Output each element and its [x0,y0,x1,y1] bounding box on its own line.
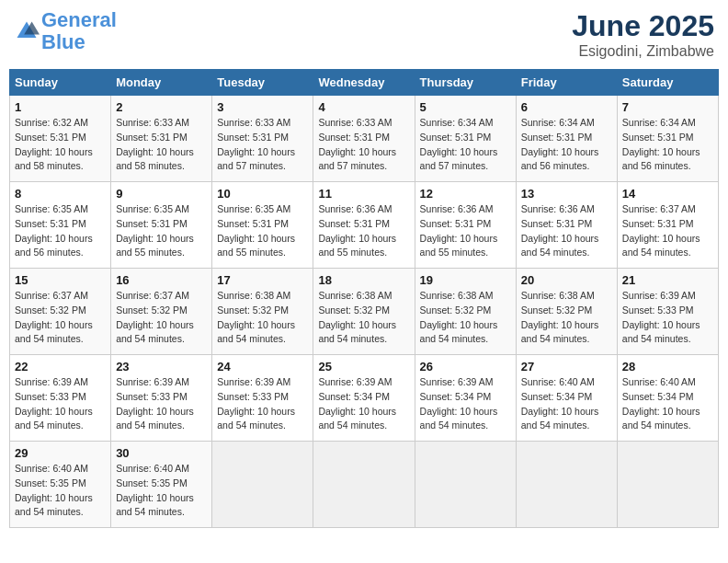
calendar-day-cell: 1Sunrise: 6:32 AMSunset: 5:31 PMDaylight… [10,96,111,182]
day-number: 25 [318,360,409,373]
calendar-week-row: 1Sunrise: 6:32 AMSunset: 5:31 PMDaylight… [10,96,719,182]
calendar-day-cell: 29Sunrise: 6:40 AMSunset: 5:35 PMDayligh… [10,442,111,528]
calendar-day-cell: 21Sunrise: 6:39 AMSunset: 5:33 PMDayligh… [617,269,718,355]
calendar-day-cell: 4Sunrise: 6:33 AMSunset: 5:31 PMDaylight… [313,96,415,182]
logo-general: General [41,8,117,31]
day-number: 11 [318,187,409,201]
calendar-day-cell: 2Sunrise: 6:33 AMSunset: 5:31 PMDaylight… [111,96,212,182]
calendar-day-cell: 7Sunrise: 6:34 AMSunset: 5:31 PMDaylight… [617,96,718,182]
logo-blue: Blue [41,30,85,53]
calendar-day-cell: 3Sunrise: 6:33 AMSunset: 5:31 PMDaylight… [212,96,313,182]
calendar-day-cell: 12Sunrise: 6:36 AMSunset: 5:31 PMDayligh… [415,182,516,269]
day-info: Sunrise: 6:36 AMSunset: 5:31 PMDaylight:… [420,202,511,260]
calendar-day-cell: 27Sunrise: 6:40 AMSunset: 5:34 PMDayligh… [516,355,617,442]
calendar-day-cell: 9Sunrise: 6:35 AMSunset: 5:31 PMDaylight… [111,182,212,269]
day-number: 5 [420,100,511,114]
day-number: 3 [217,100,308,114]
col-friday: Friday [516,70,617,96]
day-info: Sunrise: 6:38 AMSunset: 5:32 PMDaylight:… [420,289,511,347]
day-info: Sunrise: 6:34 AMSunset: 5:31 PMDaylight:… [521,116,612,174]
calendar-day-cell: 5Sunrise: 6:34 AMSunset: 5:31 PMDaylight… [415,96,516,182]
day-info: Sunrise: 6:40 AMSunset: 5:34 PMDaylight:… [622,375,713,433]
calendar-day-cell: 13Sunrise: 6:36 AMSunset: 5:31 PMDayligh… [516,182,617,269]
calendar-day-cell: 18Sunrise: 6:38 AMSunset: 5:32 PMDayligh… [313,269,415,355]
day-info: Sunrise: 6:39 AMSunset: 5:33 PMDaylight:… [15,375,106,433]
day-info: Sunrise: 6:39 AMSunset: 5:33 PMDaylight:… [116,375,207,433]
day-number: 12 [420,187,511,201]
day-number: 20 [521,273,612,287]
calendar-day-cell: 25Sunrise: 6:39 AMSunset: 5:34 PMDayligh… [313,355,415,442]
col-monday: Monday [111,70,212,96]
day-number: 17 [217,273,308,287]
page-header: General Blue June 2025 Esigodini, Zimbab… [9,9,719,60]
calendar-week-row: 8Sunrise: 6:35 AMSunset: 5:31 PMDaylight… [10,182,719,269]
calendar-day-cell [212,442,313,528]
logo: General Blue [14,9,117,53]
calendar-day-cell: 6Sunrise: 6:34 AMSunset: 5:31 PMDaylight… [516,96,617,182]
calendar-day-cell: 11Sunrise: 6:36 AMSunset: 5:31 PMDayligh… [313,182,415,269]
col-wednesday: Wednesday [313,70,415,96]
day-number: 26 [420,360,511,373]
day-number: 16 [116,273,207,287]
calendar-day-cell: 16Sunrise: 6:37 AMSunset: 5:32 PMDayligh… [111,269,212,355]
day-number: 9 [116,187,207,201]
calendar-table: Sunday Monday Tuesday Wednesday Thursday… [9,69,719,528]
calendar-day-cell: 19Sunrise: 6:38 AMSunset: 5:32 PMDayligh… [415,269,516,355]
calendar-day-cell: 15Sunrise: 6:37 AMSunset: 5:32 PMDayligh… [10,269,111,355]
day-info: Sunrise: 6:33 AMSunset: 5:31 PMDaylight:… [217,116,308,174]
day-info: Sunrise: 6:39 AMSunset: 5:34 PMDaylight:… [420,375,511,433]
day-number: 4 [318,100,409,114]
calendar-day-cell [313,442,415,528]
day-number: 24 [217,360,308,373]
day-info: Sunrise: 6:40 AMSunset: 5:34 PMDaylight:… [521,375,612,433]
day-number: 30 [116,446,207,460]
calendar-title: June 2025 [572,9,714,43]
day-number: 6 [521,100,612,114]
day-info: Sunrise: 6:35 AMSunset: 5:31 PMDaylight:… [15,202,106,260]
calendar-day-cell: 14Sunrise: 6:37 AMSunset: 5:31 PMDayligh… [617,182,718,269]
day-number: 15 [15,273,106,287]
day-number: 19 [420,273,511,287]
calendar-week-row: 22Sunrise: 6:39 AMSunset: 5:33 PMDayligh… [10,355,719,442]
calendar-day-cell: 23Sunrise: 6:39 AMSunset: 5:33 PMDayligh… [111,355,212,442]
calendar-day-cell: 10Sunrise: 6:35 AMSunset: 5:31 PMDayligh… [212,182,313,269]
title-block: June 2025 Esigodini, Zimbabwe [572,9,714,60]
day-number: 10 [217,187,308,201]
day-info: Sunrise: 6:37 AMSunset: 5:32 PMDaylight:… [116,289,207,347]
day-number: 28 [622,360,713,373]
calendar-week-row: 29Sunrise: 6:40 AMSunset: 5:35 PMDayligh… [10,442,719,528]
day-info: Sunrise: 6:40 AMSunset: 5:35 PMDaylight:… [116,462,207,520]
day-number: 8 [15,187,106,201]
day-info: Sunrise: 6:33 AMSunset: 5:31 PMDaylight:… [116,116,207,174]
calendar-day-cell: 17Sunrise: 6:38 AMSunset: 5:32 PMDayligh… [212,269,313,355]
col-saturday: Saturday [617,70,718,96]
calendar-day-cell [516,442,617,528]
day-info: Sunrise: 6:36 AMSunset: 5:31 PMDaylight:… [521,202,612,260]
calendar-day-cell [617,442,718,528]
day-info: Sunrise: 6:36 AMSunset: 5:31 PMDaylight:… [318,202,409,260]
col-tuesday: Tuesday [212,70,313,96]
calendar-day-cell: 8Sunrise: 6:35 AMSunset: 5:31 PMDaylight… [10,182,111,269]
day-number: 1 [15,100,106,114]
header-row: Sunday Monday Tuesday Wednesday Thursday… [10,70,719,96]
day-number: 27 [521,360,612,373]
col-thursday: Thursday [415,70,516,96]
day-info: Sunrise: 6:35 AMSunset: 5:31 PMDaylight:… [116,202,207,260]
day-info: Sunrise: 6:39 AMSunset: 5:33 PMDaylight:… [217,375,308,433]
day-info: Sunrise: 6:34 AMSunset: 5:31 PMDaylight:… [622,116,713,174]
day-info: Sunrise: 6:32 AMSunset: 5:31 PMDaylight:… [15,116,106,174]
calendar-day-cell: 30Sunrise: 6:40 AMSunset: 5:35 PMDayligh… [111,442,212,528]
calendar-day-cell: 24Sunrise: 6:39 AMSunset: 5:33 PMDayligh… [212,355,313,442]
day-info: Sunrise: 6:38 AMSunset: 5:32 PMDaylight:… [217,289,308,347]
day-number: 22 [15,360,106,373]
day-number: 21 [622,273,713,287]
calendar-day-cell: 26Sunrise: 6:39 AMSunset: 5:34 PMDayligh… [415,355,516,442]
day-number: 7 [622,100,713,114]
day-info: Sunrise: 6:39 AMSunset: 5:33 PMDaylight:… [622,289,713,347]
day-number: 23 [116,360,207,373]
day-info: Sunrise: 6:38 AMSunset: 5:32 PMDaylight:… [318,289,409,347]
day-info: Sunrise: 6:35 AMSunset: 5:31 PMDaylight:… [217,202,308,260]
calendar-day-cell: 20Sunrise: 6:38 AMSunset: 5:32 PMDayligh… [516,269,617,355]
day-info: Sunrise: 6:39 AMSunset: 5:34 PMDaylight:… [318,375,409,433]
col-sunday: Sunday [10,70,111,96]
